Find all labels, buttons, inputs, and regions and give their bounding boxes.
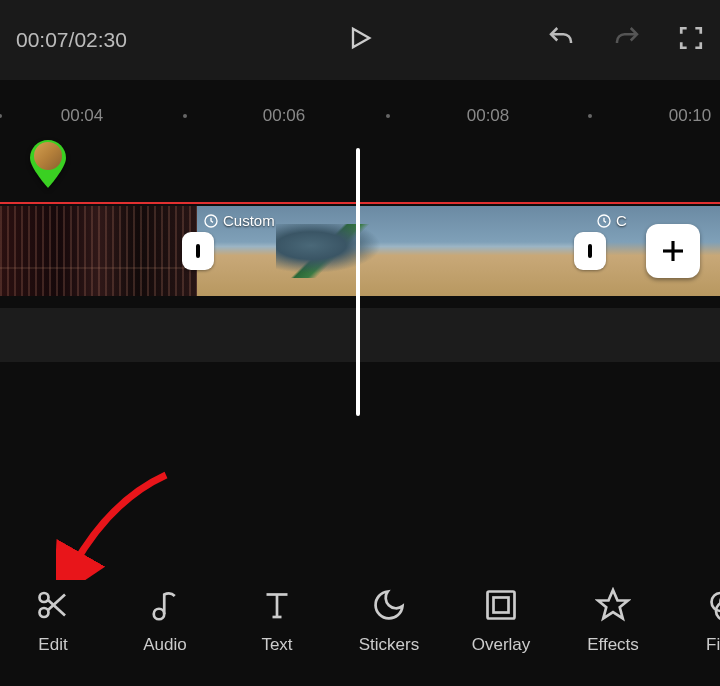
fullscreen-button[interactable]	[678, 25, 704, 55]
stickers-tool[interactable]: Stickers	[358, 587, 420, 655]
tool-label: Stickers	[359, 635, 419, 655]
text-icon	[259, 587, 295, 623]
redo-button	[612, 23, 642, 57]
add-clip-button[interactable]	[646, 224, 700, 278]
play-button[interactable]	[346, 24, 374, 56]
ruler-tick[interactable]: 00:06	[263, 106, 306, 126]
overlay-tool[interactable]: Overlay	[470, 587, 532, 655]
video-track[interactable]: Custom C	[0, 206, 720, 296]
clip-2[interactable]: Custom	[197, 206, 590, 296]
clip-tag-label: C	[616, 212, 627, 229]
svg-rect-3	[196, 244, 200, 258]
tool-label: Text	[261, 635, 292, 655]
marker-pin[interactable]	[28, 138, 68, 192]
time-ruler[interactable]: 00:04 00:06 00:08 00:10	[0, 88, 720, 138]
effects-tool[interactable]: Effects	[582, 587, 644, 655]
fullscreen-icon	[678, 25, 704, 51]
playhead[interactable]	[356, 148, 360, 416]
filters-icon	[707, 587, 720, 623]
tool-label: Audio	[143, 635, 186, 655]
top-right-controls	[546, 23, 704, 57]
edit-tool[interactable]: Edit	[22, 587, 84, 655]
overlay-icon	[483, 587, 519, 623]
svg-marker-18	[598, 590, 628, 619]
clock-icon	[596, 213, 612, 229]
transition-handle-1[interactable]	[182, 232, 214, 270]
ruler-dot	[183, 114, 187, 118]
selection-line	[0, 202, 720, 204]
text-tool[interactable]: Text	[246, 587, 308, 655]
marker-thumbnail	[34, 142, 62, 170]
svg-rect-17	[494, 598, 509, 613]
undo-button[interactable]	[546, 23, 576, 57]
effects-icon	[595, 587, 631, 623]
tool-label: Filter	[706, 635, 720, 655]
svg-rect-16	[488, 592, 515, 619]
plus-icon	[658, 236, 688, 266]
stickers-icon	[371, 587, 407, 623]
svg-marker-0	[353, 29, 369, 48]
bottom-toolbar: Edit Audio Text Stickers Overlay Effects…	[0, 556, 720, 686]
tool-label: Overlay	[472, 635, 531, 655]
undo-icon	[546, 23, 576, 53]
handle-icon	[193, 242, 203, 260]
svg-rect-4	[588, 244, 592, 258]
clip-1[interactable]	[0, 206, 197, 296]
clip-tag: Custom	[203, 212, 275, 229]
play-icon	[346, 24, 374, 52]
transition-handle-2[interactable]	[574, 232, 606, 270]
filters-tool[interactable]: Filter	[694, 587, 720, 655]
ruler-tick[interactable]: 00:08	[467, 106, 510, 126]
tool-label: Edit	[38, 635, 67, 655]
ruler-tick[interactable]: 00:04	[61, 106, 104, 126]
audio-tool[interactable]: Audio	[134, 587, 196, 655]
audio-track[interactable]	[0, 308, 720, 362]
music-note-icon	[147, 587, 183, 623]
ruler-tick[interactable]: 00:10	[669, 106, 712, 126]
scissors-icon	[35, 587, 71, 623]
ruler-dot	[588, 114, 592, 118]
handle-icon	[585, 242, 595, 260]
clip-tag-label: Custom	[223, 212, 275, 229]
timeline[interactable]: Custom C	[0, 138, 720, 418]
top-bar: 00:07/02:30	[0, 0, 720, 80]
redo-icon	[612, 23, 642, 53]
svg-point-12	[154, 609, 165, 620]
ruler-dot	[0, 114, 2, 118]
clock-icon	[203, 213, 219, 229]
timecode: 00:07/02:30	[16, 28, 127, 52]
clip-tag: C	[596, 212, 627, 229]
tool-label: Effects	[587, 635, 639, 655]
ruler-dot	[386, 114, 390, 118]
